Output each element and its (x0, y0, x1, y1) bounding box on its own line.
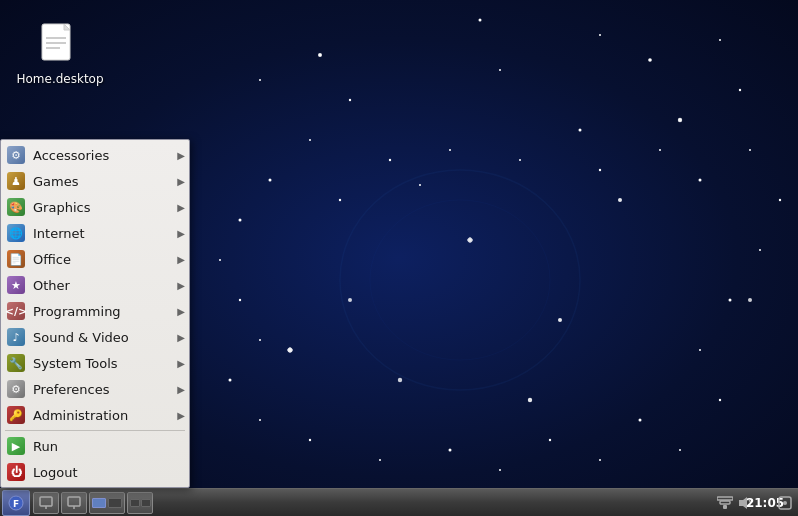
screen-icon-2 (67, 496, 81, 510)
menu-item-accessories[interactable]: ⚙ Accessories ▶ (1, 142, 189, 168)
graphics-arrow: ▶ (177, 202, 185, 213)
office-arrow: ▶ (177, 254, 185, 265)
administration-label: Administration (33, 408, 173, 423)
svg-rect-70 (717, 497, 733, 500)
svg-point-73 (783, 501, 787, 505)
svg-point-21 (659, 149, 661, 151)
svg-rect-68 (723, 505, 727, 509)
svg-point-41 (219, 259, 221, 261)
svg-point-23 (749, 149, 751, 151)
menu-item-administration[interactable]: 🔑 Administration ▶ (1, 402, 189, 428)
svg-point-26 (729, 299, 732, 302)
svg-point-14 (389, 159, 391, 161)
svg-point-35 (379, 459, 381, 461)
run-icon: ▶ (5, 435, 27, 457)
svg-point-10 (739, 89, 741, 91)
menu-item-systemtools[interactable]: 🔧 System Tools ▶ (1, 350, 189, 376)
svg-point-30 (639, 419, 642, 422)
internet-icon: 🌐 (5, 222, 27, 244)
svg-point-37 (259, 419, 261, 421)
svg-rect-69 (720, 501, 730, 504)
screen-icon-1 (39, 496, 53, 510)
svg-point-50 (528, 398, 532, 402)
menu-separator-1 (5, 430, 185, 431)
svg-point-20 (599, 169, 601, 171)
svg-point-7 (499, 69, 501, 71)
svg-rect-66 (68, 497, 80, 506)
svg-point-1 (370, 200, 550, 360)
office-label: Office (33, 252, 173, 267)
menu-item-logout[interactable]: ⏻ Logout (1, 459, 189, 485)
accessories-icon: ⚙ (5, 144, 27, 166)
menu-item-preferences[interactable]: ⚙ Preferences ▶ (1, 376, 189, 402)
tray-extra-icon[interactable] (776, 494, 794, 512)
svg-point-38 (229, 379, 232, 382)
svg-point-9 (719, 39, 721, 41)
svg-point-49 (348, 298, 352, 302)
svg-text:F: F (13, 499, 19, 509)
application-menu: ⚙ Accessories ▶ ♟ Games ▶ 🎨 Graphics ▶ 🌐… (0, 139, 190, 488)
menu-item-programming[interactable]: </> Programming ▶ (1, 298, 189, 324)
svg-point-8 (648, 58, 652, 62)
menu-item-graphics[interactable]: 🎨 Graphics ▶ (1, 194, 189, 220)
programming-arrow: ▶ (177, 306, 185, 317)
system-tray: 21:05 (712, 494, 798, 512)
svg-point-46 (558, 318, 562, 322)
tray-network-icon[interactable] (716, 494, 734, 512)
games-arrow: ▶ (177, 176, 185, 187)
svg-point-16 (269, 179, 272, 182)
taskbar-btn-4[interactable] (127, 492, 153, 514)
start-button[interactable]: F (2, 490, 30, 516)
logout-label: Logout (33, 465, 185, 480)
accessories-arrow: ▶ (177, 150, 185, 161)
svg-point-40 (239, 299, 241, 301)
svg-point-48 (618, 198, 622, 202)
graphics-icon: 🎨 (5, 196, 27, 218)
desktop: Home.desktop ⚙ Accessories ▶ ♟ Games ▶ 🎨… (0, 0, 798, 516)
svg-point-18 (419, 184, 421, 186)
svg-point-33 (499, 469, 501, 471)
svg-point-36 (309, 439, 311, 441)
start-icon: F (7, 494, 25, 512)
svg-point-47 (398, 378, 402, 382)
home-desktop-icon[interactable]: Home.desktop (20, 20, 100, 86)
menu-item-internet[interactable]: 🌐 Internet ▶ (1, 220, 189, 246)
svg-point-28 (719, 399, 721, 401)
systemtools-label: System Tools (33, 356, 173, 371)
svg-point-13 (449, 149, 451, 151)
administration-icon: 🔑 (5, 404, 27, 426)
svg-point-5 (259, 79, 261, 81)
svg-point-24 (779, 199, 781, 201)
run-label: Run (33, 439, 185, 454)
graphics-label: Graphics (33, 200, 173, 215)
menu-item-office[interactable]: 📄 Office ▶ (1, 246, 189, 272)
svg-point-34 (449, 449, 452, 452)
menu-item-run[interactable]: ▶ Run (1, 433, 189, 459)
svg-point-0 (340, 170, 580, 390)
menu-item-sound[interactable]: ♪ Sound & Video ▶ (1, 324, 189, 350)
svg-point-39 (259, 339, 261, 341)
svg-point-25 (759, 249, 761, 251)
workspace-switcher (92, 498, 122, 508)
svg-point-32 (549, 439, 551, 441)
taskbar-btn-2[interactable] (61, 492, 87, 514)
svg-point-12 (579, 129, 582, 132)
svg-point-27 (699, 349, 701, 351)
systemtools-icon: 🔧 (5, 352, 27, 374)
taskbar: F (0, 488, 798, 516)
svg-point-31 (599, 459, 601, 461)
svg-point-19 (519, 159, 521, 161)
tray-clock: 21:05 (756, 494, 774, 512)
taskbar-btn-3[interactable] (89, 492, 125, 514)
workspace-switcher-2 (130, 499, 151, 507)
svg-point-3 (599, 34, 601, 36)
svg-point-4 (479, 19, 482, 22)
svg-point-17 (339, 199, 341, 201)
office-icon: 📄 (5, 248, 27, 270)
svg-point-51 (748, 298, 752, 302)
svg-point-43 (318, 53, 322, 57)
sound-arrow: ▶ (177, 332, 185, 343)
taskbar-btn-1[interactable] (33, 492, 59, 514)
menu-item-other[interactable]: ★ Other ▶ (1, 272, 189, 298)
menu-item-games[interactable]: ♟ Games ▶ (1, 168, 189, 194)
